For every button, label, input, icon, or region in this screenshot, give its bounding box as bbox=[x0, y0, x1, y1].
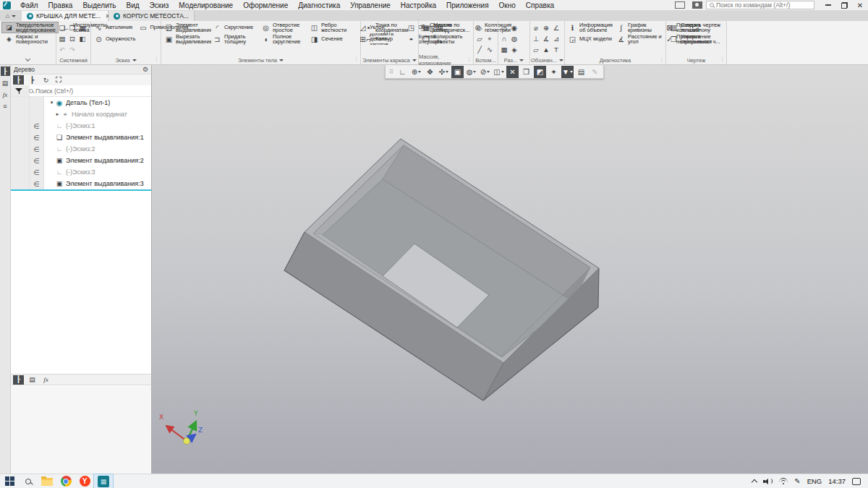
tree-row[interactable]: ∈ ∟ (-)Эскиз:3 bbox=[11, 166, 151, 178]
viewport-tool-button[interactable]: ✎ bbox=[589, 66, 601, 78]
dropdown-icon[interactable] bbox=[418, 71, 421, 73]
panel-menu-icon[interactable]: ≡ bbox=[1, 101, 10, 111]
ribbon-command[interactable]: ∡ Расстояние и угол bbox=[615, 33, 663, 45]
menu-item[interactable]: Файл bbox=[15, 0, 43, 11]
tab-list-icon[interactable]: ▤ bbox=[27, 375, 38, 385]
restore-button[interactable] bbox=[836, 0, 852, 11]
ribbon-command[interactable]: ◎ Отверстие простое bbox=[260, 22, 308, 33]
tray-expand-icon[interactable] bbox=[752, 479, 757, 485]
notification-center-icon[interactable] bbox=[852, 478, 861, 485]
tree-row[interactable]: ∈ ▾ ◉ Деталь (Тел-1) bbox=[11, 97, 151, 108]
notation-command-icon[interactable]: ▱ bbox=[531, 44, 541, 55]
viewport-tool-button[interactable]: ⊕ bbox=[410, 66, 422, 78]
collapse-modes-icon[interactable] bbox=[25, 56, 30, 61]
ribbon-command[interactable]: ◫ Ребро жесткости bbox=[308, 22, 357, 33]
dropdown-icon[interactable] bbox=[446, 71, 448, 73]
menu-item[interactable]: Правка bbox=[43, 0, 78, 11]
tree-row[interactable]: ∈ ∟ (-)Эскиз:1 bbox=[11, 120, 151, 132]
section-pin-icon[interactable]: ⋮ bbox=[720, 56, 725, 62]
dropdown-icon[interactable] bbox=[501, 71, 504, 73]
ribbon-command[interactable]: ❐ Копировать объекты bbox=[420, 33, 472, 45]
viewport-tool-button[interactable]: ◩ bbox=[534, 66, 546, 78]
workspace-mode-button[interactable]: ◈ Каркас и поверхности bbox=[1, 33, 59, 45]
section-pin-icon[interactable]: ⋮ bbox=[659, 56, 664, 62]
section-dropdown-icon[interactable] bbox=[559, 59, 563, 61]
partition-command-icon[interactable]: ◈ bbox=[509, 44, 519, 55]
command-search-input[interactable] bbox=[716, 1, 811, 9]
pen-input-icon[interactable]: ✎ bbox=[794, 477, 800, 485]
ribbon-command[interactable]: ◲ МЦХ модели bbox=[566, 33, 615, 45]
filter-icon[interactable] bbox=[15, 87, 23, 95]
3d-model[interactable]: X Y Z bbox=[152, 65, 868, 474]
menu-item[interactable]: Выделить bbox=[77, 0, 121, 11]
menu-item[interactable]: Оформление bbox=[238, 0, 293, 11]
menu-item[interactable]: Моделирование bbox=[174, 0, 238, 11]
tree-row[interactable]: ∈ ▣ Элемент выдавливания:2 bbox=[11, 155, 151, 166]
viewport-tool-button[interactable]: ▣ bbox=[451, 66, 464, 78]
visibility-toggle[interactable] bbox=[11, 120, 30, 132]
system-command-icon[interactable]: ❏ bbox=[57, 22, 67, 33]
command-search[interactable] bbox=[706, 1, 814, 9]
ribbon-command[interactable]: ◨ Сечение bbox=[308, 33, 357, 45]
aux-command-icon[interactable]: ∿ bbox=[485, 44, 495, 55]
partition-command-icon[interactable]: ▭ bbox=[499, 22, 509, 33]
dropdown-icon[interactable] bbox=[570, 71, 573, 73]
notation-command-icon[interactable]: ⊿ bbox=[551, 33, 561, 44]
aux-command-icon[interactable]: ╱ bbox=[475, 44, 485, 55]
minimize-button[interactable] bbox=[820, 0, 836, 11]
tab-variables-icon[interactable]: fx bbox=[41, 375, 51, 385]
viewport-tool-button[interactable]: ∟ bbox=[396, 66, 409, 78]
menu-item[interactable]: Управление bbox=[345, 0, 396, 11]
partition-command-icon[interactable]: ◉ bbox=[509, 22, 519, 33]
notation-command-icon[interactable]: ⊕ bbox=[541, 22, 551, 33]
section-dropdown-icon[interactable] bbox=[412, 59, 417, 61]
section-pin-icon[interactable]: ⋮ bbox=[84, 56, 89, 62]
workspace-mode-button[interactable]: ◪ Твердотельное моделирование bbox=[1, 22, 59, 33]
visibility-toggle[interactable] bbox=[11, 132, 30, 143]
ribbon-command[interactable]: ⊐ Придать толщину bbox=[211, 33, 260, 45]
ribbon-command[interactable]: ❒ Управление связанными ч... bbox=[668, 33, 725, 45]
language-indicator[interactable]: ENG bbox=[807, 477, 822, 485]
visibility-toggle[interactable] bbox=[11, 97, 30, 108]
tree-search-input[interactable] bbox=[35, 87, 122, 95]
aux-command-icon[interactable]: ◇ bbox=[475, 22, 485, 33]
aux-command-icon[interactable]: ▱ bbox=[475, 33, 485, 44]
viewport-tool-button[interactable]: ❐ bbox=[520, 66, 532, 78]
system-command-icon[interactable]: ↶ bbox=[57, 44, 67, 55]
system-command-icon[interactable]: ▤ bbox=[57, 33, 67, 44]
ribbon-command[interactable]: ∿ Автолиния bbox=[93, 22, 137, 33]
viewport-tool-button[interactable]: ◫ bbox=[493, 66, 505, 78]
viewport-tool-button[interactable]: ✥ bbox=[424, 66, 436, 78]
partition-command-icon[interactable]: ∩ bbox=[499, 33, 509, 44]
section-dropdown-icon[interactable] bbox=[519, 59, 524, 61]
dropdown-icon[interactable] bbox=[473, 71, 476, 73]
home-button[interactable]: ⌂ bbox=[0, 11, 22, 21]
ribbon-command[interactable]: ⌐ Контур bbox=[362, 33, 417, 45]
taskbar-search-icon[interactable] bbox=[19, 474, 38, 488]
tab-tree-icon[interactable]: ┠ bbox=[13, 375, 24, 385]
partition-command-icon[interactable]: ◍ bbox=[509, 33, 519, 44]
tree-toolbar-icon[interactable]: ┣ bbox=[27, 75, 38, 85]
menu-item[interactable]: Настройка bbox=[396, 0, 441, 11]
file-explorer-icon[interactable] bbox=[38, 474, 56, 488]
chrome-icon[interactable] bbox=[56, 474, 75, 488]
ribbon-command[interactable]: ◖ Полное скругление bbox=[260, 33, 308, 45]
notation-command-icon[interactable]: ∡ bbox=[541, 33, 551, 44]
notation-command-icon[interactable]: ∠ bbox=[551, 22, 561, 33]
tree-panel-icon[interactable]: ┠ bbox=[1, 67, 10, 76]
ribbon-command[interactable]: ❑ Элемент выдавливания bbox=[163, 22, 211, 33]
viewport-tool-button[interactable]: ⠿ bbox=[388, 66, 395, 78]
tree-toolbar-icon[interactable]: ┠ bbox=[13, 75, 24, 85]
clock[interactable]: 14:37 bbox=[828, 477, 846, 485]
screenshot-icon[interactable] bbox=[692, 1, 702, 9]
system-command-icon[interactable]: ⊡ bbox=[67, 33, 77, 44]
visibility-toggle[interactable] bbox=[11, 166, 30, 178]
section-dropdown-icon[interactable] bbox=[279, 59, 284, 61]
ribbon-command[interactable]: ▥ Создать чертеж по шаблону bbox=[668, 22, 725, 33]
menu-item[interactable]: Окно bbox=[494, 0, 521, 11]
tree-row[interactable]: ∈ ∟ (-)Эскиз:2 bbox=[11, 143, 151, 155]
system-command-icon[interactable]: ◧ bbox=[77, 33, 88, 44]
variables-panel-icon[interactable]: fx bbox=[1, 90, 10, 99]
notation-command-icon[interactable]: T bbox=[551, 44, 561, 55]
yandex-browser-icon[interactable]: Y bbox=[75, 474, 94, 488]
